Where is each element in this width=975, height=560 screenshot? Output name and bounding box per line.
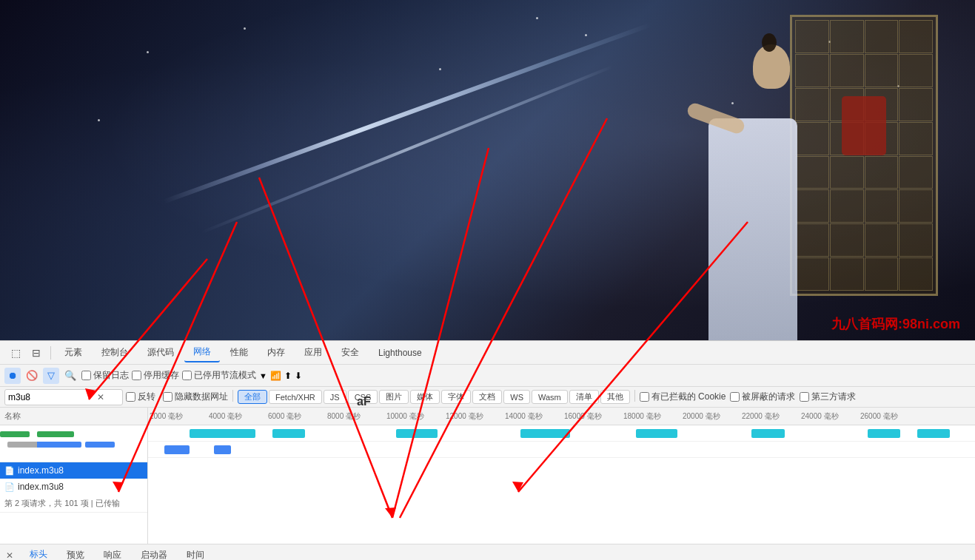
reverse-input[interactable] [126,392,135,402]
tab-lighthouse[interactable]: Lighthouse [369,345,431,361]
tab-network[interactable]: 网络 [184,343,220,362]
offline-mode-checkbox[interactable]: 已停用节流模式 [182,369,256,382]
third-party-input[interactable] [800,392,809,402]
tab-performance[interactable]: 性能 [221,343,257,362]
detail-tab-initiator[interactable]: 启动器 [132,546,176,560]
search-filter-bar: ✕ 反转 隐藏数据网址 全部 Fetch/XHR JS CSS 图片 媒体 字体… [0,387,975,408]
detail-tab-headers[interactable]: 标头 [21,545,56,560]
reverse-checkbox[interactable]: 反转 [126,390,155,404]
file-name-2: index.m3u8 [18,482,64,492]
blocked-req-input[interactable] [730,392,740,402]
file-item-2[interactable]: 📄 index.m3u8 [0,479,147,495]
detail-tab-preview[interactable]: 预览 [58,546,93,560]
filter-img[interactable]: 图片 [379,390,409,404]
filter-ws[interactable]: WS [503,390,530,404]
inspect-element-icon[interactable]: ⬚ [6,343,25,362]
wf-bar-1 [190,429,255,438]
filter-media[interactable]: 媒体 [410,390,440,404]
wf-bar-2 [272,429,306,438]
filter-sep [232,390,233,402]
file-list: 📄 index.m3u8 📄 index.m3u8 第 2 项请求，共 101 … [0,425,148,544]
tl-24000: 24000 毫秒 [800,411,859,422]
filter-other[interactable]: 其他 [600,390,630,404]
filter-type-buttons: 反转 隐藏数据网址 全部 Fetch/XHR JS CSS 图片 媒体 字体 文… [126,390,856,404]
preserve-log-input[interactable] [81,371,91,380]
tab-sources[interactable]: 源代码 [138,343,183,362]
clear-search-button[interactable]: ✕ [97,392,104,402]
tl-4000: 4000 毫秒 [207,411,267,422]
wf-bar-7 [868,429,901,438]
filter-icon[interactable]: ▽ [43,368,59,384]
wifi-icon: 📶 [270,371,281,381]
filter-clear[interactable]: 清单 [569,390,599,404]
preserve-log-checkbox[interactable]: 保留日志 [81,369,129,382]
tl-10000: 10000 毫秒 [385,411,444,422]
hide-data-urls-checkbox[interactable]: 隐藏数据网址 [163,390,228,404]
search-input-wrap: ✕ [4,389,123,405]
video-area: 九八首码网:98ni.com [0,0,975,340]
detail-tab-timing[interactable]: 时间 [178,546,213,560]
wf-bar-r2-2 [214,445,230,454]
wf-row-2 [148,442,975,458]
watermark: 九八首码网:98ni.com [831,315,960,333]
timeline-bars [0,425,147,462]
search-icon[interactable]: 🔍 [62,368,78,384]
waterfall-area [148,425,975,544]
tl-16000: 16000 毫秒 [563,411,622,422]
search-input[interactable] [8,392,97,402]
upload-icon: ⬆ [284,371,292,381]
disable-cache-checkbox[interactable]: 停用缓存 [132,369,179,382]
tab-application[interactable]: 应用 [295,343,331,362]
device-toolbar-icon[interactable]: ⊟ [27,343,46,362]
tl-14000: 14000 毫秒 [503,411,563,422]
wf-bar-r2-1 [164,445,190,454]
blocked-cookie-checkbox[interactable]: 有已拦截的 Cookie [640,390,726,404]
detail-tab-response[interactable]: 响应 [95,546,130,560]
tab-elements[interactable]: 元素 [56,343,91,362]
network-icons: 📶 ⬆ ⬇ [270,371,302,381]
clear-button[interactable]: 🚫 [24,368,40,384]
filter-sep2 [634,390,635,402]
character-figure [664,22,901,340]
blocked-cookie-input[interactable] [640,392,649,402]
third-party-checkbox[interactable]: 第三方请求 [800,390,856,404]
bar-blue [85,442,115,448]
filter-font[interactable]: 字体 [441,390,471,404]
wf-bar-4 [520,429,570,438]
file-icon-2: 📄 [4,482,15,492]
offline-input[interactable] [182,371,192,380]
tab-bar: ⬚ ⊟ 元素 控制台 源代码 网络 性能 内存 应用 安全 Lighthouse [0,341,975,365]
tab-security[interactable]: 安全 [332,343,368,362]
hide-data-urls-input[interactable] [163,392,172,402]
network-area: 📄 index.m3u8 📄 index.m3u8 第 2 项请求，共 101 … [0,425,975,544]
tab-memory[interactable]: 内存 [258,343,294,362]
tab-console[interactable]: 控制台 [93,343,137,362]
tl-12000: 12000 毫秒 [444,411,503,422]
tl-22000: 22000 毫秒 [740,411,800,422]
detail-close-button[interactable]: ✕ [6,550,13,561]
filter-doc[interactable]: 文档 [472,390,502,404]
filter-all[interactable]: 全部 [238,390,267,404]
wf-bar-5 [636,429,677,438]
tl-6000: 6000 毫秒 [267,411,326,422]
tl-26000: 26000 毫秒 [859,411,918,422]
wf-bar-6 [751,429,785,438]
wf-row-1 [148,425,975,442]
file-name-1: index.m3u8 [18,465,64,476]
throttle-dropdown[interactable]: ▼ [259,371,267,380]
bar-green-2 [37,431,74,437]
record-button[interactable]: ⏺ [4,368,21,384]
blocked-req-checkbox[interactable]: 被屏蔽的请求 [730,390,795,404]
filter-css[interactable]: CSS [348,390,378,404]
filter-wasm[interactable]: Wasm [532,390,568,404]
filter-js[interactable]: JS [324,390,346,404]
tl-8000: 8000 毫秒 [326,411,385,422]
bar-mixed [7,442,81,448]
disable-cache-input[interactable] [132,371,141,380]
file-item-1[interactable]: 📄 index.m3u8 [0,462,147,479]
wf-bar-8 [917,429,951,438]
file-icon-1: 📄 [4,466,15,476]
download-icon: ⬇ [295,371,302,381]
filter-fetch-xhr[interactable]: Fetch/XHR [269,390,322,404]
devtools-panel: ⬚ ⊟ 元素 控制台 源代码 网络 性能 内存 应用 安全 Lighthouse… [0,340,975,560]
